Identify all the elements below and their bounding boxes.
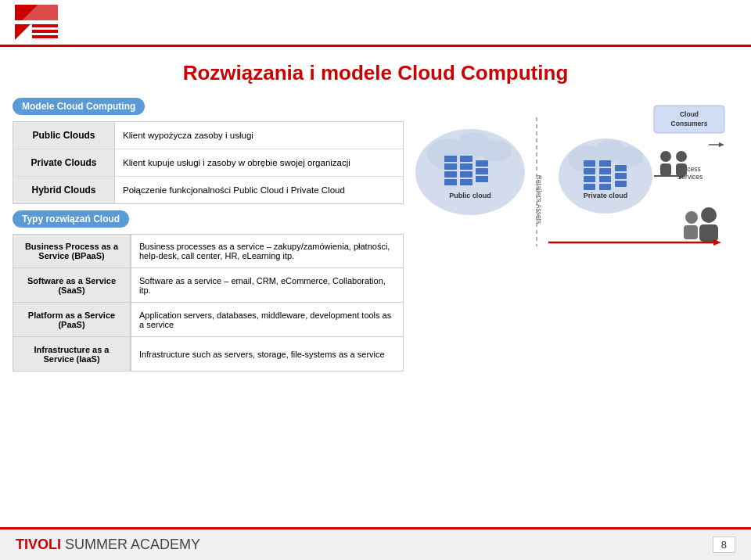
type-name-paas: Platform as a Service (PaaS) <box>13 303 131 336</box>
cloud-consumers-label: Cloud <box>680 110 699 118</box>
type-desc-saas: Software as a service – email, CRM, eCom… <box>131 268 403 302</box>
svg-rect-5 <box>32 30 58 33</box>
svg-rect-48 <box>699 224 718 242</box>
svg-rect-27 <box>584 160 595 167</box>
svg-point-45 <box>676 151 687 162</box>
cloud-consumers-label2: Consumers <box>671 120 708 127</box>
cloud-desc-public: Klient wypożycza zasoby i usługi <box>115 122 403 149</box>
svg-point-26 <box>615 147 643 167</box>
svg-marker-52 <box>713 239 721 246</box>
type-row-iaas: Infrastructure as a Service (IaaS) Infra… <box>13 337 404 372</box>
main-title: Rozwiązania i modele Cloud Computing <box>0 47 751 95</box>
svg-rect-19 <box>476 160 488 167</box>
type-desc-bpaas: Business processes as a service – zakupy… <box>131 235 403 267</box>
svg-point-49 <box>685 211 698 224</box>
bottom-bar: TIVOLI SUMMER ACADEMY 8 <box>0 527 751 560</box>
type-desc-iaas: Infrastructure such as servers, storage,… <box>131 337 403 371</box>
page-wrapper: Rozwiązania i modele Cloud Computing Mod… <box>0 0 751 560</box>
type-name-saas: Software as a Service (SaaS) <box>13 268 131 302</box>
body-content: Modele Cloud Computing Public Clouds Kli… <box>0 95 751 560</box>
cloud-row-private: Private Clouds Klient kupuje usługi i za… <box>13 149 403 177</box>
brand-summer: SUMMER ACADEMY <box>61 537 200 552</box>
svg-rect-31 <box>599 160 611 167</box>
brand-tivoli: TIVOLI <box>16 537 61 552</box>
cloud-desc-hybrid: Połączenie funkcjonalności Public Cloud … <box>115 177 403 203</box>
svg-rect-30 <box>584 184 595 190</box>
retailers-assets-label: Retailer's Assets <box>535 175 543 224</box>
type-row-saas: Software as a Service (SaaS) Software as… <box>13 268 404 303</box>
svg-rect-32 <box>599 168 611 174</box>
svg-rect-37 <box>615 181 627 187</box>
brand-logo: TIVOLI SUMMER ACADEMY <box>16 537 200 553</box>
type-row-paas: Platform as a Service (PaaS) Application… <box>13 303 404 337</box>
cloud-desc-private: Klient kupuje usługi i zasoby w obrębie … <box>115 149 403 176</box>
top-bar <box>0 0 751 47</box>
svg-rect-15 <box>460 156 473 162</box>
svg-rect-35 <box>615 165 627 171</box>
type-row-bpaas: Business Process as a Service (BPaaS) Bu… <box>13 234 404 268</box>
svg-rect-34 <box>599 184 611 190</box>
type-name-iaas: Infrastructure as a Service (IaaS) <box>13 337 131 371</box>
svg-rect-4 <box>32 24 58 27</box>
logo <box>13 3 59 42</box>
cloud-type-private: Private Clouds <box>13 149 115 176</box>
svg-rect-44 <box>660 163 671 176</box>
svg-rect-11 <box>444 156 457 162</box>
page-number: 8 <box>713 537 735 553</box>
svg-rect-28 <box>584 168 595 174</box>
two-col-layout: Modele Cloud Computing Public Clouds Kli… <box>13 98 738 372</box>
svg-rect-46 <box>676 163 687 176</box>
svg-rect-14 <box>444 179 457 185</box>
svg-rect-17 <box>460 171 473 178</box>
public-cloud-label: Public cloud <box>449 192 491 199</box>
svg-rect-6 <box>32 35 58 38</box>
cloud-types-table: Business Process as a Service (BPaaS) Bu… <box>13 234 404 372</box>
right-column: Public cloud Retailer's Assets <box>411 98 738 372</box>
svg-rect-13 <box>444 171 457 178</box>
svg-rect-18 <box>460 179 473 185</box>
svg-rect-50 <box>684 225 698 239</box>
cloud-type-hybrid: Hybrid Clouds <box>13 177 115 203</box>
svg-point-10 <box>480 140 512 162</box>
type-name-bpaas: Business Process as a Service (BPaaS) <box>13 235 131 267</box>
section2-header: Typy rozwiązań Cloud <box>13 210 129 228</box>
cloud-row-public: Public Clouds Klient wypożycza zasoby i … <box>13 122 403 149</box>
private-cloud-label: Private cloud <box>584 192 628 199</box>
left-column: Modele Cloud Computing Public Clouds Kli… <box>13 98 404 372</box>
type-desc-paas: Application servers, databases, middlewa… <box>131 303 403 336</box>
svg-rect-12 <box>444 163 457 170</box>
svg-point-47 <box>701 207 717 223</box>
svg-point-43 <box>660 151 671 162</box>
diagram-svg: Public cloud Retailer's Assets <box>411 98 732 258</box>
svg-rect-21 <box>476 176 488 182</box>
svg-rect-36 <box>615 173 627 179</box>
svg-marker-41 <box>719 142 724 147</box>
svg-rect-20 <box>476 168 488 174</box>
cloud-models-table: Public Clouds Klient wypożycza zasoby i … <box>13 121 404 204</box>
cloud-row-hybrid: Hybrid Clouds Połączenie funkcjonalności… <box>13 177 403 203</box>
section1-header: Modele Cloud Computing <box>13 98 145 115</box>
svg-rect-33 <box>599 176 611 182</box>
svg-rect-16 <box>460 163 473 170</box>
svg-rect-29 <box>584 176 595 182</box>
cloud-type-public: Public Clouds <box>13 122 115 149</box>
